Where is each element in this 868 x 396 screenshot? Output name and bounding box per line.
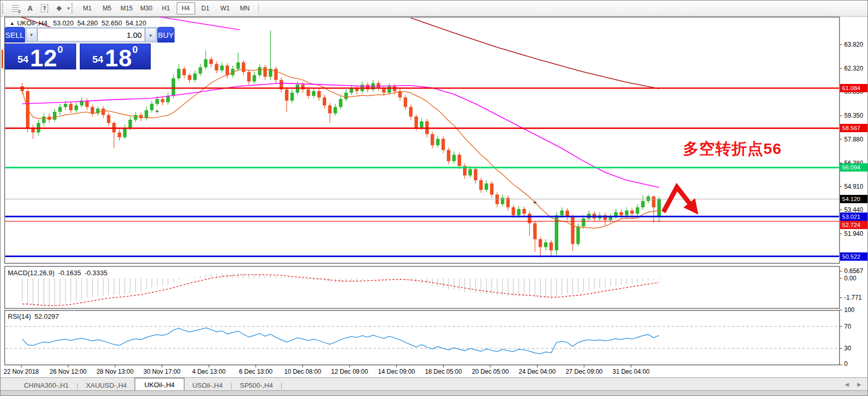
toolbar-drag-handle[interactable] bbox=[2, 3, 5, 13]
svg-text:26 Nov 12:00: 26 Nov 12:00 bbox=[50, 368, 87, 375]
sell-price-big: 12 bbox=[30, 47, 57, 69]
price-chip-54.120: 54.120 bbox=[840, 195, 868, 203]
rsi-name: RSI(14) bbox=[8, 313, 31, 320]
dropdown-caret-icon[interactable]: ▾ bbox=[67, 6, 70, 11]
drawing-tools-group: FAT❖ bbox=[8, 2, 66, 15]
price-chip-61.084: 61.084 bbox=[840, 84, 868, 92]
timeframe-w1-button[interactable]: W1 bbox=[216, 2, 235, 15]
status-bar bbox=[1, 390, 867, 395]
macd-signal-value: -0.3335 bbox=[84, 269, 107, 277]
chart-tab-ukoilh4[interactable]: UKOil-,H4 bbox=[135, 378, 185, 392]
svg-text:30 Nov 17:00: 30 Nov 17:00 bbox=[143, 368, 181, 375]
toolbar-drag-handle-2[interactable] bbox=[71, 3, 75, 13]
svg-text:31 Dec 04:00: 31 Dec 04:00 bbox=[613, 368, 650, 375]
sell-price-prefix: 54 bbox=[18, 54, 28, 65]
timeframe-m30-button[interactable]: M30 bbox=[137, 2, 156, 15]
buy-price-prefix: 54 bbox=[92, 54, 103, 65]
svg-text:6 Dec 13:00: 6 Dec 13:00 bbox=[239, 368, 272, 375]
timeframe-h4-button[interactable]: H4 bbox=[177, 2, 195, 15]
svg-text:30: 30 bbox=[844, 345, 851, 352]
svg-text:28 Nov 13:00: 28 Nov 13:00 bbox=[96, 368, 134, 375]
macd-name: MACD(12,26,9) bbox=[8, 269, 54, 277]
chart-tab-sp500h4[interactable]: SP500-,H4 bbox=[232, 379, 281, 392]
buy-price-button[interactable]: 54 18 0 bbox=[80, 44, 151, 69]
volume-input[interactable] bbox=[37, 28, 145, 41]
volume-increase-button[interactable]: ▲ bbox=[145, 28, 156, 41]
ohlc-high: 54.280 bbox=[77, 19, 98, 27]
svg-text:22 Nov 2018: 22 Nov 2018 bbox=[4, 368, 39, 375]
price-chip-56.094: 56.094 bbox=[840, 163, 868, 172]
svg-text:24 Dec 04:00: 24 Dec 04:00 bbox=[519, 368, 556, 375]
text-label-tool-icon[interactable]: A bbox=[24, 2, 36, 15]
svg-text:14 Dec 09:00: 14 Dec 09:00 bbox=[378, 368, 415, 375]
toolbar-separator bbox=[258, 3, 259, 14]
sell-price-sup: 0 bbox=[57, 44, 63, 55]
timeframe-m1-button[interactable]: M1 bbox=[78, 2, 97, 15]
svg-text:0.00: 0.00 bbox=[844, 275, 857, 282]
svg-text:0.6567: 0.6567 bbox=[844, 267, 863, 275]
cross-marker[interactable]: + bbox=[155, 107, 160, 115]
price-chip-52.724: 52.724 bbox=[840, 221, 868, 229]
ohlc-low: 52.650 bbox=[102, 19, 122, 27]
cross-marker[interactable]: + bbox=[533, 199, 537, 206]
timeframe-group: M1M5M15M30H1H4D1W1MN bbox=[78, 2, 255, 15]
sell-button[interactable]: SELL bbox=[5, 27, 25, 43]
macd-panel bbox=[5, 266, 840, 308]
svg-text:12 Dec 09:00: 12 Dec 09:00 bbox=[331, 368, 368, 375]
svg-text:0: 0 bbox=[844, 360, 848, 367]
timeframe-m5-button[interactable]: M5 bbox=[98, 2, 117, 15]
rsi-panel bbox=[5, 310, 840, 365]
buy-price-big: 18 bbox=[105, 47, 132, 69]
macd-main-value: -0.1635 bbox=[58, 269, 81, 277]
svg-text:59.350: 59.350 bbox=[844, 112, 863, 119]
volume-decrease-button[interactable]: ▼ bbox=[26, 28, 37, 41]
svg-text:70: 70 bbox=[844, 323, 851, 330]
buy-price-sup: 0 bbox=[133, 44, 138, 55]
trading-terminal-window: FAT❖ ▾ M1M5M15M30H1H4D1W1MN 63.82062.320… bbox=[0, 0, 868, 396]
ohlc-close: 54.120 bbox=[126, 19, 147, 27]
tab-separator: | bbox=[281, 381, 282, 389]
sell-price-button[interactable]: 54 12 0 bbox=[5, 44, 76, 69]
svg-text:54.910: 54.910 bbox=[844, 183, 863, 190]
timeframe-m15-button[interactable]: M15 bbox=[118, 2, 136, 15]
macd-label: MACD(12,26,9) -0.1635 -0.3335 bbox=[8, 269, 108, 277]
price-chip-58.567: 58.567 bbox=[840, 124, 868, 132]
chart-tab-china300h1[interactable]: CHINA300-,H1 bbox=[16, 379, 77, 392]
svg-text:27 Dec 09:00: 27 Dec 09:00 bbox=[566, 368, 603, 375]
price-chip-53.021: 53.021 bbox=[840, 213, 868, 221]
svg-text:20 Dec 05:00: 20 Dec 05:00 bbox=[472, 368, 509, 375]
rsi-value: 52.0297 bbox=[35, 313, 59, 320]
toolbar: FAT❖ ▾ M1M5M15M30H1H4D1W1MN bbox=[1, 1, 867, 17]
chart-annotation-text[interactable]: 多空转折点56 bbox=[683, 138, 782, 160]
ohlc-open: 53.020 bbox=[53, 19, 74, 27]
tab-scroll-right-icon[interactable]: ▶ bbox=[857, 381, 861, 387]
time-axis[interactable]: 22 Nov 201826 Nov 12:0028 Nov 13:0030 No… bbox=[4, 365, 649, 375]
text-box-tool-icon[interactable]: T bbox=[38, 2, 51, 15]
price-chip-50.522: 50.522 bbox=[840, 252, 868, 261]
svg-text:57.880: 57.880 bbox=[844, 136, 863, 143]
chart-symbol: UKOil-,H4 bbox=[17, 19, 48, 27]
shapes-tool-icon[interactable]: ❖ bbox=[53, 2, 65, 15]
svg-text:100: 100 bbox=[844, 306, 855, 314]
timeframe-mn-button[interactable]: MN bbox=[236, 2, 254, 15]
rsi-label: RSI(14) 52.0297 bbox=[8, 313, 59, 320]
tab-scroll-left-icon[interactable]: ◀ bbox=[845, 381, 849, 387]
volume-stepper: ▼ ▲ bbox=[25, 27, 157, 43]
chart-ohlc-header: ▲ UKOil-,H4 53.020 54.280 52.650 54.120 bbox=[10, 19, 147, 27]
one-click-trade-panel: SELL ▼ ▲ BUY 54 12 0 54 18 0 bbox=[5, 27, 151, 69]
svg-text:18 Dec 05:00: 18 Dec 05:00 bbox=[425, 368, 462, 375]
fibonacci-retracement-tool-icon[interactable]: F bbox=[9, 2, 22, 15]
timeframe-d1-button[interactable]: D1 bbox=[196, 2, 215, 15]
tab-scroll-arrows: ◀ ▶ bbox=[845, 381, 861, 387]
svg-text:63.820: 63.820 bbox=[844, 41, 863, 48]
symbol-marker-icon[interactable]: ▲ bbox=[10, 21, 15, 26]
symbol-accent-bar bbox=[2, 50, 3, 68]
timeframe-h1-button[interactable]: H1 bbox=[157, 2, 176, 15]
chart-tab-usoilh4[interactable]: USOil-,H4 bbox=[184, 379, 230, 392]
svg-text:10 Dec 08:00: 10 Dec 08:00 bbox=[284, 368, 322, 375]
svg-text:51.940: 51.940 bbox=[844, 230, 863, 237]
chart-tab-xauusdh4[interactable]: XAUUSD-,H4 bbox=[78, 379, 135, 392]
svg-text:4 Dec 13:00: 4 Dec 13:00 bbox=[192, 368, 226, 375]
svg-text:62.320: 62.320 bbox=[844, 65, 863, 72]
buy-button[interactable]: BUY bbox=[157, 27, 175, 43]
